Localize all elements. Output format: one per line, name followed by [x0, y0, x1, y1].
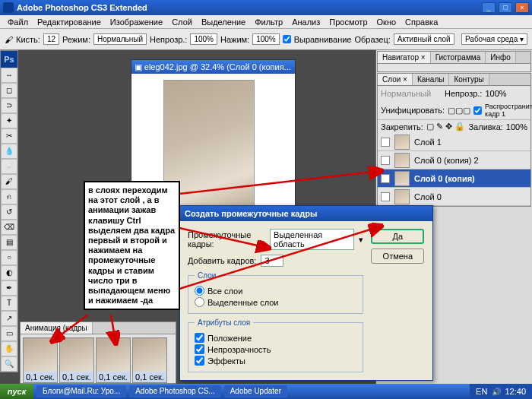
tab-layers[interactable]: Слои ×	[378, 74, 413, 85]
eraser-tool[interactable]: ⌫	[1, 220, 17, 235]
fill-label: Заливка:	[468, 122, 502, 131]
system-tray[interactable]: EN 🔊 12:40	[470, 384, 532, 399]
tab-paths[interactable]: Контуры	[449, 74, 489, 85]
pen-tool[interactable]: ✒	[1, 280, 17, 296]
anim-frame[interactable]: 0,1 сек.	[59, 337, 94, 383]
menu-filter[interactable]: Фильтр	[250, 17, 287, 27]
tab-animation[interactable]: Анимация (кадры	[21, 322, 93, 334]
position-label: Положение	[207, 334, 252, 343]
all-layers-label: Все слои	[207, 287, 242, 296]
window-buttons: _ □ ×	[481, 2, 529, 13]
opacity-input[interactable]: 100%	[190, 33, 217, 45]
blend-mode-select[interactable]: Нормальный	[381, 89, 442, 98]
eye-icon[interactable]	[381, 156, 390, 165]
document-title: eleg042.jpg @ 32.4% (Слой 0 (копия...	[144, 62, 291, 71]
all-layers-radio[interactable]	[195, 286, 204, 296]
position-check[interactable]	[195, 333, 204, 343]
maximize-button[interactable]: □	[499, 2, 512, 13]
ps-icon[interactable]: 🖌	[5, 35, 13, 44]
workspace-menu[interactable]: Рабочая среда ▾	[461, 33, 527, 45]
anim-frame[interactable]: 0,1 сек.	[132, 337, 167, 383]
sample-select[interactable]: Активный слой	[394, 33, 454, 45]
menu-analysis[interactable]: Анализ	[287, 17, 325, 27]
tab-channels[interactable]: Каналы	[413, 74, 450, 85]
minimize-button[interactable]: _	[482, 2, 496, 13]
page-icon: ▣	[135, 62, 142, 72]
dodge-tool[interactable]: ◐	[1, 265, 17, 280]
menu-image[interactable]: Изображение	[106, 17, 167, 27]
tab-info[interactable]: Инфо	[486, 52, 516, 63]
close-button[interactable]: ×	[515, 2, 529, 13]
sel-layers-radio[interactable]	[195, 297, 204, 307]
tab-histogram[interactable]: Гистограмма	[431, 52, 486, 63]
ps-badge[interactable]: Ps	[1, 51, 17, 68]
layer-thumb	[394, 171, 410, 186]
lasso-tool[interactable]: ⊃	[1, 98, 17, 113]
hand-tool[interactable]: ✋	[1, 341, 17, 356]
lock-icons[interactable]: ▢ ✎ ✥ 🔒	[426, 122, 465, 131]
clock: 12:40	[505, 387, 526, 396]
layer-row-selected[interactable]: Слой 0 (копия)	[378, 169, 530, 188]
menu-layer[interactable]: Слой	[167, 17, 197, 27]
heal-tool[interactable]: 🩹	[1, 159, 17, 174]
propagate-check[interactable]	[473, 106, 482, 115]
menu-view[interactable]: Просмотр	[325, 17, 372, 27]
titlebar: Adobe Photoshop CS3 Extended _ □ ×	[0, 0, 532, 15]
path-tool[interactable]: ↗	[1, 311, 17, 326]
eye-icon[interactable]	[381, 138, 390, 147]
layer-opacity-input[interactable]: 100%	[485, 89, 506, 98]
layer-row[interactable]: Слой 0 (копия) 2	[378, 151, 530, 169]
menu-help[interactable]: Справка	[401, 17, 442, 27]
layer-row[interactable]: Слой 1	[378, 133, 530, 151]
tab-navigator[interactable]: Навигатор ×	[378, 52, 431, 63]
add-frames-label: Добавить кадров:	[188, 256, 256, 265]
gradient-tool[interactable]: ▤	[1, 235, 17, 250]
start-button[interactable]: пуск	[0, 384, 33, 399]
taskbar-item[interactable]: Adobe Photoshop CS...	[129, 385, 221, 397]
eye-icon[interactable]	[381, 174, 390, 183]
zoom-tool[interactable]: 🔍	[1, 356, 17, 372]
menu-select[interactable]: Выделение	[197, 17, 250, 27]
brush-picker[interactable]: 12	[43, 33, 59, 45]
ok-button[interactable]: Да	[371, 229, 424, 244]
layer-name: Слой 1	[414, 138, 442, 147]
flow-input[interactable]: 100%	[252, 33, 280, 45]
shape-tool[interactable]: ▭	[1, 326, 17, 341]
straighten-check[interactable]	[283, 35, 291, 43]
unify-icon[interactable]: ▢▢▢	[448, 106, 470, 116]
anim-frame[interactable]: 0,1 сек.	[23, 337, 58, 383]
add-frames-input[interactable]	[261, 255, 283, 267]
menu-window[interactable]: Окно	[372, 17, 401, 27]
menu-file[interactable]: Файл	[3, 17, 33, 27]
blur-tool[interactable]: ○	[1, 250, 17, 265]
cancel-button[interactable]: Отмена	[371, 249, 424, 264]
opacity-check[interactable]	[195, 344, 204, 354]
mode-select[interactable]: Нормальный	[93, 33, 147, 45]
text-tool[interactable]: T	[1, 296, 17, 311]
taskbar-item[interactable]: Adobe Updater	[224, 385, 287, 397]
chevron-down-icon[interactable]: ▾	[359, 235, 363, 245]
document-titlebar[interactable]: ▣ eleg042.jpg @ 32.4% (Слой 0 (копия...	[131, 60, 295, 74]
layer-thumb	[394, 189, 410, 204]
crop-tool[interactable]: ✂	[1, 128, 17, 144]
tween-select[interactable]: Выделенная область	[270, 229, 354, 250]
brush-tool[interactable]: 🖌	[1, 174, 17, 189]
move-tool[interactable]: ↔	[1, 68, 17, 83]
sample-label: Образец:	[354, 35, 390, 44]
dialog-title[interactable]: Создать промежуточные кадры	[180, 206, 432, 221]
wand-tool[interactable]: ✦	[1, 113, 17, 128]
layer-row[interactable]: Слой 0	[378, 188, 530, 206]
effects-check[interactable]	[195, 356, 204, 366]
eyedropper-tool[interactable]: 💧	[1, 144, 17, 159]
history-brush-tool[interactable]: ↺	[1, 204, 17, 220]
lang-indicator[interactable]: EN	[476, 387, 487, 396]
layer-opacity-label: Непрозр.:	[445, 89, 482, 98]
marquee-tool[interactable]: ◻	[1, 83, 17, 98]
anim-frame[interactable]: 0,1 сек.	[96, 337, 131, 383]
eye-icon[interactable]	[381, 192, 390, 201]
annotation-note: в слоях переходим на этот слой , а в ани…	[84, 181, 180, 310]
menu-edit[interactable]: Редактирование	[33, 17, 106, 27]
fill-input[interactable]: 100%	[506, 122, 527, 131]
stamp-tool[interactable]: ⎌	[1, 189, 17, 204]
taskbar-item[interactable]: Блоги@Mail.Ru: Уро...	[36, 385, 126, 397]
